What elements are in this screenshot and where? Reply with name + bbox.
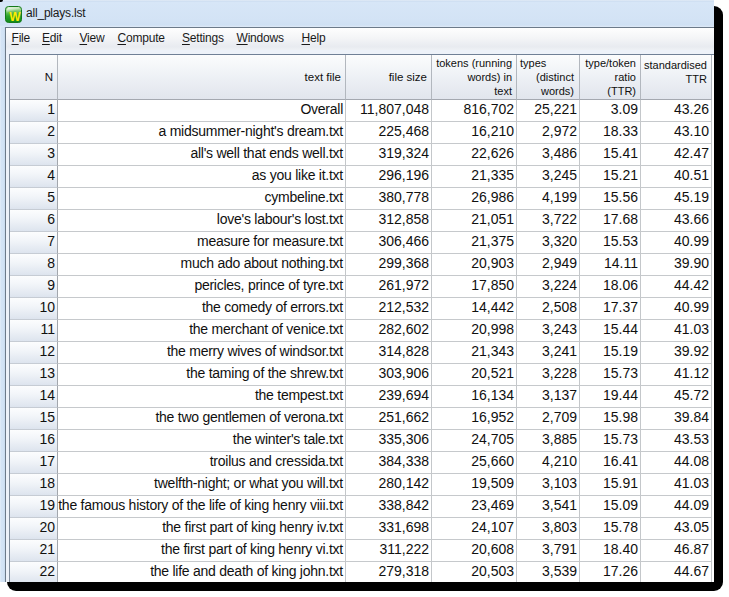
svg-text:W: W [9, 10, 21, 23]
